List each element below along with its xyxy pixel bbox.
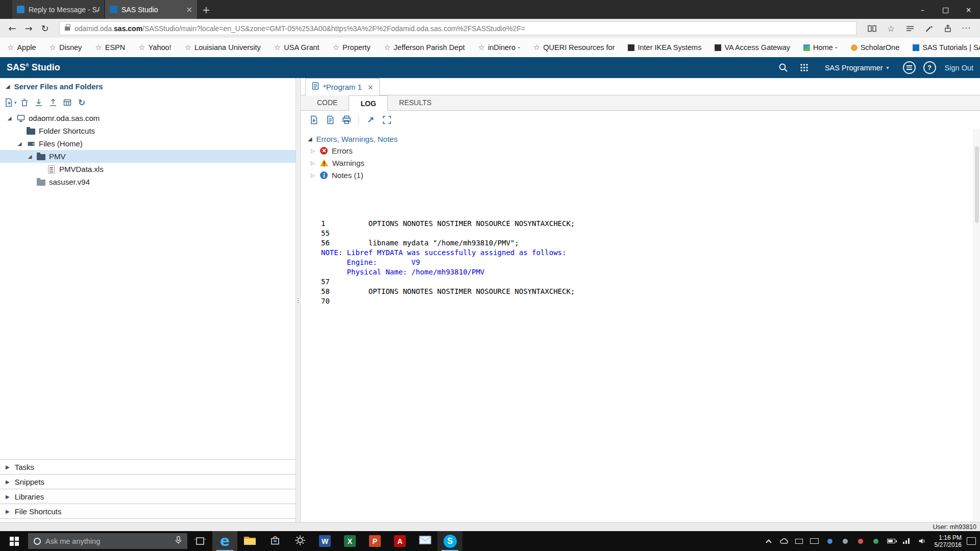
tray-status-icon[interactable] xyxy=(838,531,853,551)
tray-status-icon[interactable] xyxy=(868,531,884,551)
refresh-button[interactable]: ↻ xyxy=(76,96,88,109)
apps-grid-icon[interactable] xyxy=(798,61,811,74)
taskbar-powerpoint-button[interactable]: P xyxy=(362,531,387,551)
favorite-item[interactable]: SAS Tutorials | SAS xyxy=(913,43,980,52)
log-notes-item[interactable]: ▷ Notes (1) xyxy=(308,169,980,181)
browser-tab-sas-studio[interactable]: SAS Studio × xyxy=(105,0,197,19)
accordion-libraries[interactable]: ▶ Libraries xyxy=(0,489,296,504)
tree-node-sasuser[interactable]: sasuser.v94 xyxy=(0,176,296,188)
tree-node-folder-shortcuts[interactable]: Folder Shortcuts xyxy=(0,124,296,137)
taskbar-settings-button[interactable] xyxy=(287,531,312,551)
collapsed-icon[interactable]: ▷ xyxy=(311,148,316,154)
window-maximize-button[interactable]: □ xyxy=(934,0,957,19)
accordion-snippets[interactable]: ▶ Snippets xyxy=(0,474,296,489)
expanded-icon[interactable]: ◢ xyxy=(6,115,13,121)
favorite-item[interactable]: Home - xyxy=(803,43,838,52)
tray-volume-icon[interactable] xyxy=(914,531,929,551)
tab-results[interactable]: RESULTS xyxy=(388,95,443,110)
share-icon[interactable] xyxy=(938,20,957,37)
favorite-item[interactable]: ☆Yahoo! xyxy=(138,43,171,52)
taskbar-file-explorer-button[interactable] xyxy=(237,531,262,551)
taskbar-word-button[interactable]: W xyxy=(312,531,337,551)
collapsed-icon[interactable]: ▷ xyxy=(311,160,316,166)
action-center-icon[interactable] xyxy=(967,531,980,551)
taskbar-acrobat-button[interactable]: A xyxy=(387,531,412,551)
tray-status-icon[interactable] xyxy=(822,531,838,551)
favorite-item[interactable]: ☆Jefferson Parish Dept xyxy=(384,43,465,52)
sign-out-link[interactable]: Sign Out xyxy=(945,64,973,72)
pane-splitter[interactable]: ⋮ xyxy=(296,78,301,522)
reading-view-icon[interactable] xyxy=(863,20,881,37)
search-icon[interactable] xyxy=(777,61,790,74)
task-view-button[interactable] xyxy=(187,531,212,551)
web-note-pen-icon[interactable] xyxy=(919,20,938,37)
window-minimize-button[interactable]: – xyxy=(911,0,934,19)
accordion-tasks[interactable]: ▶ Tasks xyxy=(0,459,296,474)
favorite-item[interactable]: ☆QUERI Resources for xyxy=(533,43,615,52)
role-dropdown[interactable]: SAS Programmer ▾ xyxy=(825,64,889,72)
taskbar-skype-button[interactable]: S xyxy=(437,531,462,551)
favorite-star-icon[interactable]: ☆ xyxy=(881,20,900,37)
hub-icon[interactable] xyxy=(900,20,919,37)
favorite-item[interactable]: ☆Apple xyxy=(7,43,36,52)
taskbar-edge-button[interactable]: e xyxy=(212,531,237,551)
print-button[interactable] xyxy=(339,113,354,127)
start-button[interactable] xyxy=(0,531,28,551)
program-tab[interactable]: *Program 1 × xyxy=(305,78,380,95)
vertical-scrollbar[interactable] xyxy=(973,129,980,522)
tray-keyboard-icon[interactable] xyxy=(807,531,822,551)
taskbar-clock[interactable]: 1:16 PM 5/27/2016 xyxy=(929,531,967,551)
tab-close-icon[interactable]: × xyxy=(186,5,192,14)
delete-button[interactable] xyxy=(18,96,31,109)
tray-overflow-chevron-icon[interactable] xyxy=(761,531,776,551)
tray-network-icon[interactable] xyxy=(899,531,914,551)
tray-display-icon[interactable] xyxy=(792,531,807,551)
taskbar-store-button[interactable] xyxy=(262,531,287,551)
back-button[interactable]: ← xyxy=(4,20,20,37)
url-field[interactable]: odamid.oda.sas.com/SASStudio/main?locale… xyxy=(59,21,856,35)
new-tab-button[interactable]: + xyxy=(197,0,215,19)
cortana-search-box[interactable] xyxy=(28,533,187,549)
download-log-button[interactable] xyxy=(307,113,321,127)
maximize-view-button[interactable] xyxy=(380,113,394,127)
collapsed-icon[interactable]: ▷ xyxy=(311,172,316,178)
properties-table-button[interactable] xyxy=(61,96,74,109)
program-tab-close-icon[interactable]: × xyxy=(368,83,374,91)
scrollbar-thumb[interactable] xyxy=(975,146,979,223)
tree-node-files-home[interactable]: ◢ Files (Home) xyxy=(0,137,296,150)
refresh-button[interactable]: ↻ xyxy=(37,20,53,37)
favorite-item[interactable]: ☆Disney xyxy=(50,43,82,52)
log-errors-item[interactable]: ▷ Errors xyxy=(308,144,980,157)
menu-icon[interactable] xyxy=(903,61,916,74)
view-log-summary-button[interactable] xyxy=(323,113,337,127)
favorite-item[interactable]: VA Access Gateway xyxy=(715,43,790,52)
microphone-icon[interactable] xyxy=(175,536,182,546)
download-button[interactable] xyxy=(33,96,45,109)
server-files-section-header[interactable]: ◢ Server Files and Folders xyxy=(0,78,296,95)
favorite-item[interactable]: ☆ESPN xyxy=(95,43,125,52)
tree-node-server[interactable]: ◢ odaomr.oda.sas.com xyxy=(0,112,296,124)
open-in-new-window-icon[interactable]: ↗ xyxy=(363,113,378,127)
upload-button[interactable] xyxy=(47,96,60,109)
favorite-item[interactable]: ☆Louisiana University xyxy=(185,43,261,52)
more-actions-icon[interactable]: ··· xyxy=(957,20,976,37)
new-item-button[interactable]: ▾ xyxy=(4,96,17,109)
favorite-item[interactable]: ☆inDinero - xyxy=(478,43,520,52)
browser-tab-mail[interactable]: Reply to Message - SAS Sup xyxy=(12,0,104,19)
log-warnings-item[interactable]: ▷ Warnings xyxy=(308,157,980,169)
favorite-item[interactable]: ☆Property xyxy=(333,43,371,52)
help-icon[interactable]: ? xyxy=(923,61,936,74)
favorite-item[interactable]: ScholarOne xyxy=(851,43,900,52)
tray-battery-icon[interactable] xyxy=(884,531,899,551)
forward-button[interactable]: → xyxy=(20,20,37,37)
ewn-header[interactable]: ◢ Errors, Warnings, Notes xyxy=(308,133,980,144)
accordion-file-shortcuts[interactable]: ▶ File Shortcuts xyxy=(0,504,296,518)
favorite-item[interactable]: Inter IKEA Systems xyxy=(628,43,701,52)
taskbar-outlook-button[interactable] xyxy=(412,531,437,551)
search-input[interactable] xyxy=(45,537,170,545)
tree-node-pmvdata-xls[interactable]: PMVData.xls xyxy=(0,163,296,176)
tray-cloud-icon[interactable] xyxy=(776,531,792,551)
expanded-icon[interactable]: ◢ xyxy=(27,154,33,159)
tab-code[interactable]: CODE xyxy=(306,95,349,110)
favorite-item[interactable]: ☆USA Grant xyxy=(274,43,320,52)
